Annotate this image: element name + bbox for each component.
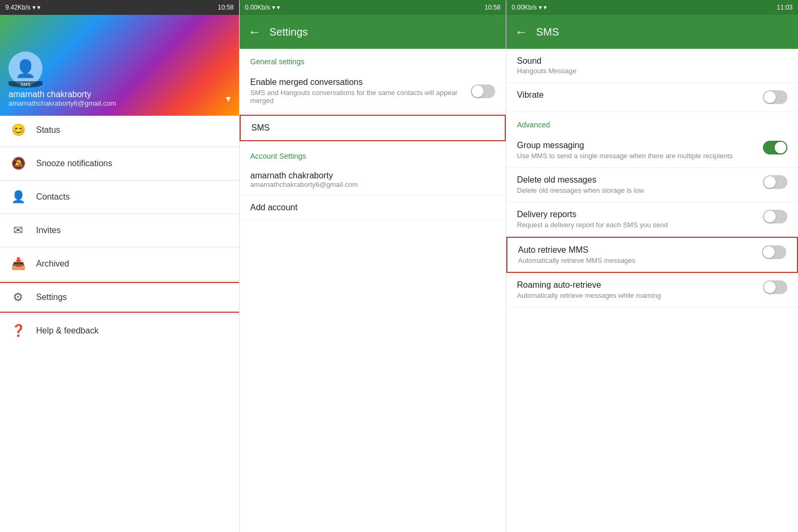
sidebar-item-archived[interactable]: 📥 Archived [0, 250, 239, 278]
sms-settings-content: Sound Hangouts Message Vibrate Advanced … [506, 49, 798, 532]
roaming-auto-retrieve-toggle[interactable] [763, 280, 787, 294]
sms-title: SMS [536, 26, 559, 38]
profile-email: amarnathchakraborty6@gmail.com [9, 99, 116, 107]
sidebar-item-label-snooze: Snooze notifications [36, 159, 112, 168]
status-bar-1: 9.42Kb/s ▾ ▾ 10:58 [0, 0, 239, 15]
sidebar-item-invites[interactable]: ✉ Invites [0, 216, 239, 245]
contacts-icon: 👤 [11, 190, 26, 204]
account-name: amarnath chakraborty [250, 171, 495, 181]
sidebar-item-label-status: Status [36, 125, 60, 135]
sidebar-panel: 9.42Kb/s ▾ ▾ 10:58 👤 SMS amarnath chakra… [0, 0, 239, 532]
sidebar-item-label-help: Help & feedback [36, 326, 98, 336]
group-messaging-title: Group messaging [517, 141, 754, 150]
delivery-reports-toggle[interactable] [763, 210, 787, 224]
nav-divider-3 [0, 213, 239, 214]
profile-header: 👤 SMS amarnath chakraborty amarnathchakr… [0, 15, 239, 116]
avatar: 👤 SMS [9, 52, 43, 85]
back-icon-sms[interactable]: ← [515, 24, 528, 39]
account-settings-header: Account Settings [240, 143, 506, 165]
vibrate-item[interactable]: Vibrate [506, 83, 798, 112]
sidebar-item-label-contacts: Contacts [36, 192, 70, 202]
back-icon-settings[interactable]: ← [248, 24, 261, 39]
delete-old-messages-title: Delete old messages [517, 175, 754, 185]
sidebar-item-settings[interactable]: ⚙ Settings [0, 283, 239, 312]
delete-old-messages-toggle[interactable] [763, 175, 787, 189]
auto-retrieve-mms-toggle[interactable] [762, 245, 786, 259]
status-time-1: 10:58 [218, 4, 234, 11]
group-messaging-subtitle: Use MMS to send a single message when th… [517, 152, 754, 160]
sms-settings-panel: 0.00Kb/s ▾ ▾ 11:03 ← SMS Sound Hangouts … [506, 0, 798, 532]
sidebar-item-label-invites: Invites [36, 226, 61, 235]
auto-retrieve-mms-item[interactable]: Auto retrieve MMS Automatically retrieve… [506, 237, 798, 273]
help-icon: ❓ [11, 324, 26, 338]
sms-label: SMS [251, 123, 494, 133]
status-left-3: 0.00Kb/s ▾ ▾ [512, 4, 547, 11]
settings-content: General settings Enable merged conversat… [240, 49, 506, 532]
merged-conversations-subtitle: SMS and Hangouts conversations for the s… [250, 89, 464, 105]
settings-panel: 0.00Kb/s ▾ ▾ 10:58 ← Settings General se… [239, 0, 506, 532]
account-email: amarnathchakraborty6@gmail.com [250, 181, 495, 188]
delivery-reports-subtitle: Request a delivery report for each SMS y… [517, 221, 754, 229]
vibrate-toggle[interactable] [763, 90, 787, 104]
nav-divider-1 [0, 147, 239, 147]
nav-divider-2 [0, 180, 239, 181]
group-messaging-item[interactable]: Group messaging Use MMS to send a single… [506, 133, 798, 168]
status-bar-2: 0.00Kb/s ▾ ▾ 10:58 [240, 0, 506, 15]
archived-icon: 📥 [11, 257, 26, 271]
status-time-3: 11:03 [777, 4, 793, 11]
nav-list: 😊 Status 🔕 Snooze notifications 👤 Contac… [0, 116, 239, 532]
add-account-label: Add account [250, 203, 495, 212]
sidebar-item-status[interactable]: 😊 Status [0, 116, 239, 144]
delivery-reports-item[interactable]: Delivery reports Request a delivery repo… [506, 202, 798, 237]
advanced-header: Advanced [506, 112, 798, 133]
sidebar-item-snooze[interactable]: 🔕 Snooze notifications [0, 149, 239, 178]
vibrate-title: Vibrate [517, 90, 754, 100]
invites-icon: ✉ [11, 224, 26, 237]
roaming-auto-retrieve-item[interactable]: Roaming auto-retrieve Automatically retr… [506, 273, 798, 307]
settings-app-bar: ← Settings [240, 15, 506, 49]
avatar-label: SMS [9, 81, 43, 88]
status-left-2: 0.00Kb/s ▾ ▾ [245, 4, 280, 11]
nav-divider-4 [0, 247, 239, 247]
profile-name: amarnath chakraborty [9, 90, 116, 99]
nav-divider-5 [0, 280, 239, 281]
snooze-icon: 🔕 [11, 157, 26, 170]
status-time-2: 10:58 [485, 4, 500, 11]
merged-conversations-toggle[interactable] [471, 84, 495, 98]
add-account-item[interactable]: Add account [240, 195, 506, 220]
group-messaging-toggle[interactable] [763, 141, 787, 155]
auto-retrieve-mms-title: Auto retrieve MMS [518, 245, 753, 255]
status-bar-3: 0.00Kb/s ▾ ▾ 11:03 [506, 0, 798, 15]
sms-app-bar: ← SMS [506, 15, 798, 49]
merged-conversations-title: Enable merged conversations [250, 78, 464, 87]
sms-item[interactable]: SMS [240, 115, 506, 141]
general-settings-header: General settings [240, 49, 506, 70]
nav-divider-6 [0, 314, 239, 314]
sidebar-item-label-archived: Archived [36, 259, 69, 269]
roaming-auto-retrieve-subtitle: Automatically retrieve messages while ro… [517, 291, 754, 299]
status-left-icons: 9.42Kb/s ▾ ▾ [5, 4, 40, 11]
dropdown-arrow-icon[interactable]: ▾ [226, 93, 231, 105]
delivery-reports-title: Delivery reports [517, 210, 754, 219]
settings-icon: ⚙ [11, 290, 26, 304]
sidebar-item-label-settings: Settings [36, 293, 67, 302]
avatar-icon: 👤 [15, 58, 36, 79]
auto-retrieve-mms-subtitle: Automatically retrieve MMS messages [518, 256, 753, 264]
sidebar-item-contacts[interactable]: 👤 Contacts [0, 183, 239, 211]
sound-subtitle: Hangouts Message [517, 67, 787, 75]
delete-old-messages-item[interactable]: Delete old messages Delete old messages … [506, 168, 798, 202]
sound-item[interactable]: Sound Hangouts Message [506, 49, 798, 83]
delete-old-messages-subtitle: Delete old messages when storage is low [517, 186, 754, 194]
sound-title: Sound [517, 56, 787, 66]
status-icon: 😊 [11, 123, 26, 137]
roaming-auto-retrieve-title: Roaming auto-retrieve [517, 280, 754, 290]
sidebar-item-help[interactable]: ❓ Help & feedback [0, 316, 239, 345]
merged-conversations-item[interactable]: Enable merged conversations SMS and Hang… [240, 70, 506, 113]
settings-title: Settings [269, 26, 308, 38]
account-item[interactable]: amarnath chakraborty amarnathchakraborty… [240, 165, 506, 195]
